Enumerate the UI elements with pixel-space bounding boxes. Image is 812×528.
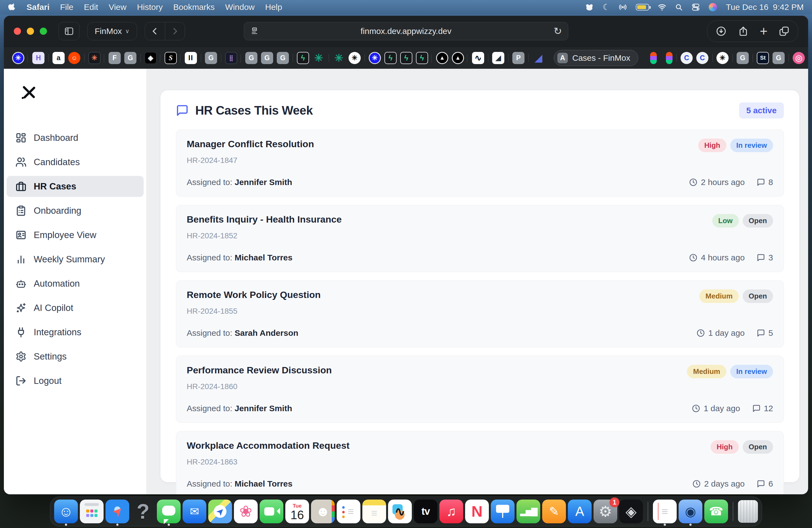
favorites-favicon[interactable]: ✳: [88, 52, 101, 64]
case-card[interactable]: Performance Review Discussion MediumIn r…: [176, 356, 784, 423]
favorites-favicon[interactable]: ⣿: [225, 52, 237, 64]
favorites-favicon[interactable]: C: [696, 52, 708, 64]
case-card[interactable]: Remote Work Policy Question MediumOpen H…: [176, 280, 784, 348]
menu-item-safari[interactable]: Safari: [27, 2, 49, 12]
spotlight-icon[interactable]: [675, 3, 683, 11]
sidebar-toggle-button[interactable]: [59, 22, 79, 40]
menu-item-edit[interactable]: Edit: [84, 2, 98, 12]
dock-missing-app-icon[interactable]: ?: [131, 500, 155, 523]
favorites-favicon[interactable]: a: [53, 52, 64, 64]
favorites-favicon[interactable]: C: [681, 52, 693, 64]
dock-quicktime-icon[interactable]: ◉: [679, 500, 702, 523]
active-tab[interactable]: A Cases - FinMox: [554, 50, 638, 66]
reader-icon[interactable]: [250, 27, 259, 35]
back-button[interactable]: [145, 23, 165, 40]
favorites-favicon[interactable]: G: [772, 52, 785, 64]
reload-icon[interactable]: ↻: [553, 25, 562, 37]
control-center-icon[interactable]: [692, 3, 700, 11]
hotspot-icon[interactable]: [619, 3, 627, 11]
favorites-favicon[interactable]: ∿: [472, 52, 484, 64]
sidebar-item-automation[interactable]: Automation: [6, 273, 144, 294]
favorites-favicon[interactable]: P: [512, 52, 524, 64]
favorites-favicon[interactable]: G: [245, 52, 257, 64]
sidebar-item-employee-view[interactable]: Employee View: [6, 224, 144, 246]
favorites-favicon[interactable]: ✳: [369, 52, 381, 64]
profile-switcher-button[interactable]: FinMox ∨: [87, 22, 137, 40]
dock-system-settings-icon[interactable]: ⚙1: [594, 500, 617, 523]
apple-menu-icon[interactable]: [8, 3, 16, 11]
dock-reminders-icon[interactable]: ≡: [337, 500, 360, 523]
menu-item-help[interactable]: Help: [265, 2, 282, 12]
dock-mail-icon[interactable]: ✉: [183, 500, 206, 523]
dock-maps-icon[interactable]: ➤: [208, 500, 232, 523]
sidebar-item-hr-cases[interactable]: HR Cases: [6, 176, 144, 197]
ears-status-icon[interactable]: [585, 3, 594, 11]
dock-finder-icon[interactable]: ☺: [54, 500, 78, 523]
dock-safari-icon[interactable]: ➤: [105, 500, 129, 523]
focus-moon-icon[interactable]: ☾: [603, 3, 610, 11]
favorites-favicon[interactable]: ✳: [349, 52, 361, 64]
favorites-favicon[interactable]: ▲: [436, 52, 448, 64]
favorites-favicon[interactable]: ◢: [533, 52, 545, 64]
favorites-favicon[interactable]: H: [32, 52, 44, 64]
dock-calendar-icon[interactable]: Tue16: [285, 500, 309, 523]
dock-trash-icon[interactable]: [738, 500, 758, 523]
favorites-favicon[interactable]: II: [185, 52, 197, 64]
dock-freeform-icon[interactable]: ∿: [388, 500, 412, 523]
siri-icon[interactable]: [709, 3, 717, 11]
favorites-favicon[interactable]: ✳: [313, 52, 325, 64]
dock-dev-app-icon[interactable]: ◈: [619, 500, 643, 523]
favorites-favicon[interactable]: S: [164, 52, 177, 64]
favorites-favicon[interactable]: ϟ: [385, 52, 396, 64]
battery-icon[interactable]: [636, 4, 649, 11]
dock-notes-icon[interactable]: ≡: [362, 500, 386, 523]
favorites-favicon[interactable]: [666, 52, 672, 64]
favorites-favicon[interactable]: ✳: [716, 52, 729, 64]
case-card[interactable]: Benefits Inquiry - Health Insurance LowO…: [176, 205, 784, 272]
close-window-button[interactable]: [14, 28, 21, 35]
sidebar-item-settings[interactable]: Settings: [6, 346, 144, 367]
dock-contacts-icon[interactable]: ☻: [311, 500, 335, 523]
favorites-favicon[interactable]: ϟ: [297, 52, 309, 64]
dock-messages-icon[interactable]: [157, 500, 180, 523]
sidebar-item-dashboard[interactable]: Dashboard: [6, 127, 144, 148]
dock-app-store-icon[interactable]: A: [568, 500, 592, 523]
favorites-favicon[interactable]: ϟ: [400, 52, 412, 64]
favorites-favicon[interactable]: ☺: [68, 52, 81, 64]
favorites-favicon[interactable]: G: [124, 52, 136, 64]
favorites-favicon[interactable]: ▲: [452, 52, 464, 64]
dock-phone-icon[interactable]: ☎: [704, 500, 728, 523]
sidebar-item-integrations[interactable]: Integrations: [6, 322, 144, 343]
favorites-favicon[interactable]: ◈: [144, 52, 157, 64]
menu-item-view[interactable]: View: [108, 2, 126, 12]
case-card[interactable]: Manager Conflict Resolution HighIn revie…: [176, 130, 784, 196]
favorites-favicon[interactable]: G: [737, 52, 749, 64]
dock-apple-tv-icon[interactable]: tv: [414, 500, 437, 523]
dock-launchpad-icon[interactable]: [80, 500, 104, 523]
menu-bar-clock[interactable]: Tue Dec 16 9:42 PM: [726, 2, 804, 12]
sidebar-item-logout[interactable]: Logout: [6, 370, 144, 391]
case-card[interactable]: Workplace Accommodation Request HighOpen…: [176, 431, 784, 494]
dock-facetime-icon[interactable]: [260, 500, 284, 523]
favorites-favicon[interactable]: G: [205, 52, 217, 64]
tab-overview-icon[interactable]: [779, 26, 789, 37]
sidebar-item-weekly-summary[interactable]: Weekly Summary: [6, 249, 144, 270]
favorites-favicon[interactable]: F: [108, 52, 121, 64]
sidebar-item-onboarding[interactable]: Onboarding: [6, 200, 144, 221]
address-bar[interactable]: finmox.dev.appwizzy.dev ↻: [244, 22, 568, 40]
downloads-icon[interactable]: [715, 26, 727, 37]
favorites-favicon[interactable]: ϟ: [416, 52, 428, 64]
favorites-favicon[interactable]: G: [261, 52, 273, 64]
dock-numbers-icon[interactable]: ▂▅▇: [517, 500, 540, 523]
dock-keynote-icon[interactable]: [491, 500, 514, 523]
dock-photos-icon[interactable]: ❀: [234, 500, 258, 523]
favorites-favicon[interactable]: ✳: [333, 52, 345, 64]
minimize-window-button[interactable]: [27, 28, 34, 35]
menu-item-bookmarks[interactable]: Bookmarks: [173, 2, 215, 12]
favorites-favicon[interactable]: G: [277, 52, 289, 64]
favorites-favicon[interactable]: ◢: [492, 52, 504, 64]
dock-music-icon[interactable]: ♫: [439, 500, 463, 523]
menu-item-file[interactable]: File: [60, 2, 73, 12]
new-tab-icon[interactable]: +: [760, 25, 768, 38]
favorites-favicon[interactable]: St: [757, 52, 769, 64]
